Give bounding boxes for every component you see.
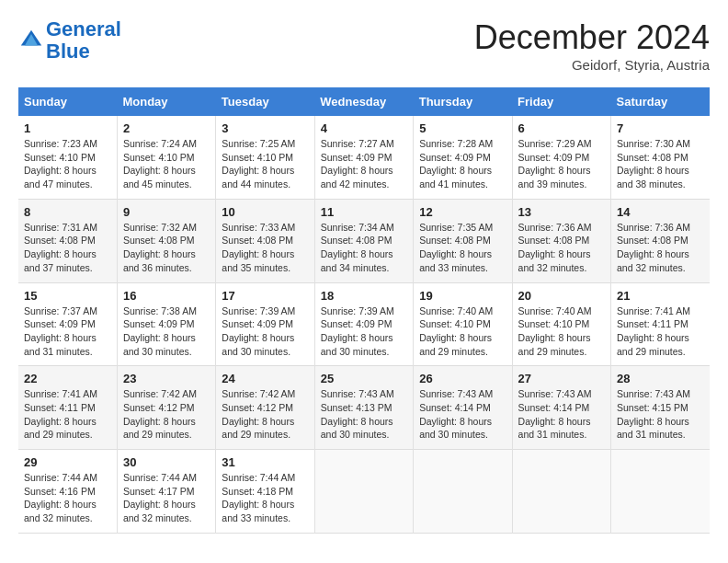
calendar-cell: 15Sunrise: 7:37 AMSunset: 4:09 PMDayligh… [18,282,117,366]
day-number: 19 [419,289,506,303]
day-number: 27 [518,372,605,385]
calendar-cell: 11Sunrise: 7:34 AMSunset: 4:08 PMDayligh… [314,199,413,282]
calendar-cell: 22Sunrise: 7:41 AMSunset: 4:11 PMDayligh… [18,366,117,450]
title-block: December 2024 Geidorf, Styria, Austria [474,18,710,73]
calendar-cell: 18Sunrise: 7:39 AMSunset: 4:09 PMDayligh… [314,282,413,366]
day-number: 17 [222,289,308,303]
calendar-cell: 20Sunrise: 7:40 AMSunset: 4:10 PMDayligh… [512,282,610,366]
calendar-cell: 25Sunrise: 7:43 AMSunset: 4:13 PMDayligh… [314,366,413,450]
day-info: Sunrise: 7:42 AMSunset: 4:12 PMDaylight:… [123,387,210,442]
calendar-cell: 13Sunrise: 7:36 AMSunset: 4:08 PMDayligh… [512,199,610,282]
weekday-header-friday: Friday [512,87,610,116]
calendar-cell: 7Sunrise: 7:30 AMSunset: 4:08 PMDaylight… [611,116,710,199]
logo-text: GeneralBlue [46,18,121,63]
day-number: 1 [24,121,111,135]
day-info: Sunrise: 7:43 AMSunset: 4:15 PMDaylight:… [617,387,704,442]
calendar-cell: 8Sunrise: 7:31 AMSunset: 4:08 PMDaylight… [18,199,117,282]
day-number: 21 [617,289,704,303]
day-info: Sunrise: 7:25 AMSunset: 4:10 PMDaylight:… [222,137,308,191]
day-info: Sunrise: 7:40 AMSunset: 4:10 PMDaylight:… [419,304,506,359]
day-number: 12 [419,205,506,219]
day-number: 25 [321,372,407,385]
day-number: 30 [123,455,210,469]
day-info: Sunrise: 7:43 AMSunset: 4:14 PMDaylight:… [419,387,506,442]
day-info: Sunrise: 7:29 AMSunset: 4:09 PMDaylight:… [518,137,605,191]
weekday-header-monday: Monday [117,87,215,116]
day-info: Sunrise: 7:44 AMSunset: 4:18 PMDaylight:… [222,471,308,525]
day-number: 18 [321,289,407,303]
page-header: GeneralBlue December 2024 Geidorf, Styri… [18,18,710,73]
day-number: 31 [222,455,308,469]
calendar-cell: 3Sunrise: 7:25 AMSunset: 4:10 PMDaylight… [216,116,314,199]
day-number: 7 [617,121,704,135]
calendar-cell [414,450,512,534]
calendar-cell: 2Sunrise: 7:24 AMSunset: 4:10 PMDaylight… [117,116,215,199]
day-number: 8 [24,205,111,219]
day-number: 11 [321,205,407,219]
location: Geidorf, Styria, Austria [474,57,710,73]
calendar-table: SundayMondayTuesdayWednesdayThursdayFrid… [18,87,710,534]
calendar-cell: 1Sunrise: 7:23 AMSunset: 4:10 PMDaylight… [18,116,117,199]
day-info: Sunrise: 7:27 AMSunset: 4:09 PMDaylight:… [321,137,407,191]
day-info: Sunrise: 7:37 AMSunset: 4:09 PMDaylight:… [24,304,111,359]
weekday-header-wednesday: Wednesday [314,87,413,116]
calendar-cell: 19Sunrise: 7:40 AMSunset: 4:10 PMDayligh… [414,282,512,366]
calendar-cell: 16Sunrise: 7:38 AMSunset: 4:09 PMDayligh… [117,282,215,366]
day-info: Sunrise: 7:32 AMSunset: 4:08 PMDaylight:… [123,221,210,275]
calendar-cell [512,450,610,534]
day-info: Sunrise: 7:43 AMSunset: 4:13 PMDaylight:… [321,387,407,442]
calendar-cell: 6Sunrise: 7:29 AMSunset: 4:09 PMDaylight… [512,116,610,199]
day-info: Sunrise: 7:44 AMSunset: 4:17 PMDaylight:… [123,471,210,525]
day-info: Sunrise: 7:44 AMSunset: 4:16 PMDaylight:… [24,471,111,525]
week-row-1: 1Sunrise: 7:23 AMSunset: 4:10 PMDaylight… [18,116,710,199]
week-row-2: 8Sunrise: 7:31 AMSunset: 4:08 PMDaylight… [18,199,710,282]
calendar-cell: 10Sunrise: 7:33 AMSunset: 4:08 PMDayligh… [216,199,314,282]
day-number: 13 [518,205,605,219]
week-row-5: 29Sunrise: 7:44 AMSunset: 4:16 PMDayligh… [18,450,710,534]
day-info: Sunrise: 7:35 AMSunset: 4:08 PMDaylight:… [419,221,506,275]
day-info: Sunrise: 7:42 AMSunset: 4:12 PMDaylight:… [222,387,308,442]
day-number: 14 [617,205,704,219]
day-number: 9 [123,205,210,219]
calendar-cell: 26Sunrise: 7:43 AMSunset: 4:14 PMDayligh… [414,366,512,450]
calendar-cell [611,450,710,534]
calendar-cell: 29Sunrise: 7:44 AMSunset: 4:16 PMDayligh… [18,450,117,534]
day-info: Sunrise: 7:41 AMSunset: 4:11 PMDaylight:… [617,304,704,359]
week-row-3: 15Sunrise: 7:37 AMSunset: 4:09 PMDayligh… [18,282,710,366]
weekday-header-thursday: Thursday [414,87,512,116]
day-info: Sunrise: 7:23 AMSunset: 4:10 PMDaylight:… [24,137,111,191]
calendar-cell: 5Sunrise: 7:28 AMSunset: 4:09 PMDaylight… [414,116,512,199]
logo-icon [18,28,44,53]
day-number: 4 [321,121,407,135]
calendar-cell: 14Sunrise: 7:36 AMSunset: 4:08 PMDayligh… [611,199,710,282]
day-number: 24 [222,372,308,385]
calendar-cell: 17Sunrise: 7:39 AMSunset: 4:09 PMDayligh… [216,282,314,366]
day-info: Sunrise: 7:41 AMSunset: 4:11 PMDaylight:… [24,387,111,442]
day-number: 20 [518,289,605,303]
day-info: Sunrise: 7:38 AMSunset: 4:09 PMDaylight:… [123,304,210,359]
day-info: Sunrise: 7:40 AMSunset: 4:10 PMDaylight:… [518,304,605,359]
weekday-header-tuesday: Tuesday [216,87,314,116]
day-number: 3 [222,121,308,135]
day-number: 26 [419,372,506,385]
day-info: Sunrise: 7:36 AMSunset: 4:08 PMDaylight:… [518,221,605,275]
logo: GeneralBlue [18,18,121,63]
day-info: Sunrise: 7:39 AMSunset: 4:09 PMDaylight:… [222,304,308,359]
day-info: Sunrise: 7:34 AMSunset: 4:08 PMDaylight:… [321,221,407,275]
day-number: 28 [617,372,704,385]
week-row-4: 22Sunrise: 7:41 AMSunset: 4:11 PMDayligh… [18,366,710,450]
calendar-cell: 30Sunrise: 7:44 AMSunset: 4:17 PMDayligh… [117,450,215,534]
day-number: 16 [123,289,210,303]
month-title: December 2024 [474,18,710,57]
weekday-header-saturday: Saturday [611,87,710,116]
day-info: Sunrise: 7:28 AMSunset: 4:09 PMDaylight:… [419,137,506,191]
weekday-header-sunday: Sunday [18,87,117,116]
day-info: Sunrise: 7:39 AMSunset: 4:09 PMDaylight:… [321,304,407,359]
calendar-cell: 31Sunrise: 7:44 AMSunset: 4:18 PMDayligh… [216,450,314,534]
day-info: Sunrise: 7:43 AMSunset: 4:14 PMDaylight:… [518,387,605,442]
calendar-cell [314,450,413,534]
day-number: 22 [24,372,111,385]
calendar-cell: 23Sunrise: 7:42 AMSunset: 4:12 PMDayligh… [117,366,215,450]
day-info: Sunrise: 7:30 AMSunset: 4:08 PMDaylight:… [617,137,704,191]
day-number: 15 [24,289,111,303]
